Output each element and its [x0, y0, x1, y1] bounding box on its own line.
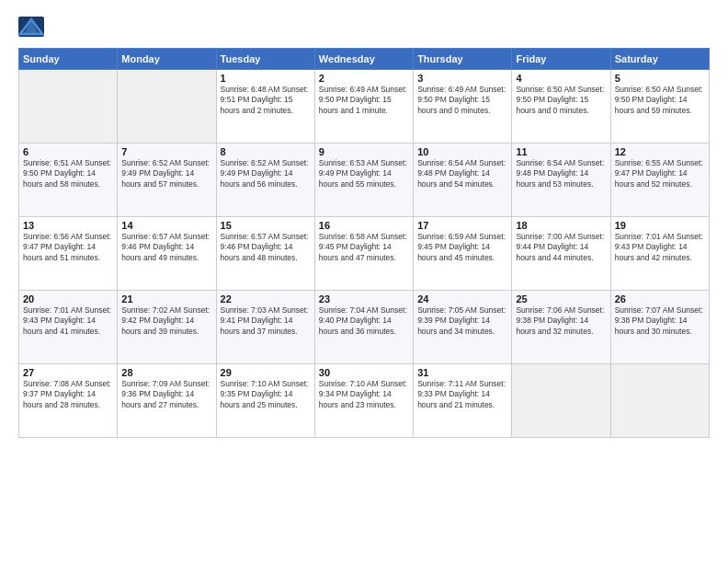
- week-row-3: 13Sunrise: 6:56 AM Sunset: 9:47 PM Dayli…: [19, 217, 710, 291]
- day-number: 13: [23, 220, 113, 231]
- calendar-cell: [19, 70, 118, 144]
- day-info: Sunrise: 7:01 AM Sunset: 9:43 PM Dayligh…: [615, 232, 705, 263]
- calendar-cell: 2Sunrise: 6:49 AM Sunset: 9:50 PM Daylig…: [314, 70, 413, 144]
- week-row-2: 6Sunrise: 6:51 AM Sunset: 9:50 PM Daylig…: [19, 144, 710, 217]
- calendar-cell: 3Sunrise: 6:49 AM Sunset: 9:50 PM Daylig…: [414, 70, 512, 144]
- day-number: 31: [417, 367, 507, 378]
- weekday-header-row: SundayMondayTuesdayWednesdayThursdayFrid…: [19, 49, 710, 70]
- day-info: Sunrise: 6:50 AM Sunset: 9:50 PM Dayligh…: [516, 85, 606, 116]
- calendar-cell: 22Sunrise: 7:03 AM Sunset: 9:41 PM Dayli…: [216, 291, 314, 364]
- day-number: 20: [23, 293, 113, 304]
- day-number: 17: [417, 220, 507, 231]
- calendar-cell: 1Sunrise: 6:48 AM Sunset: 9:51 PM Daylig…: [216, 70, 314, 144]
- day-number: 23: [319, 293, 409, 304]
- day-info: Sunrise: 6:48 AM Sunset: 9:51 PM Dayligh…: [221, 85, 311, 116]
- day-info: Sunrise: 6:53 AM Sunset: 9:49 PM Dayligh…: [319, 158, 409, 190]
- day-number: 25: [516, 293, 606, 304]
- day-info: Sunrise: 7:08 AM Sunset: 9:37 PM Dayligh…: [23, 379, 113, 410]
- calendar-cell: 7Sunrise: 6:52 AM Sunset: 9:49 PM Daylig…: [118, 144, 216, 217]
- day-info: Sunrise: 7:07 AM Sunset: 9:38 PM Dayligh…: [615, 305, 705, 337]
- calendar-cell: 10Sunrise: 6:54 AM Sunset: 9:48 PM Dayli…: [414, 144, 512, 217]
- day-info: Sunrise: 6:51 AM Sunset: 9:50 PM Dayligh…: [23, 158, 113, 190]
- day-number: 29: [221, 367, 311, 378]
- calendar-cell: 23Sunrise: 7:04 AM Sunset: 9:40 PM Dayli…: [314, 291, 413, 364]
- day-info: Sunrise: 6:49 AM Sunset: 9:50 PM Dayligh…: [417, 85, 507, 116]
- calendar-cell: 28Sunrise: 7:09 AM Sunset: 9:36 PM Dayli…: [118, 364, 216, 438]
- calendar-cell: 14Sunrise: 6:57 AM Sunset: 9:46 PM Dayli…: [118, 217, 216, 291]
- day-info: Sunrise: 7:00 AM Sunset: 9:44 PM Dayligh…: [516, 232, 606, 263]
- calendar-cell: 17Sunrise: 6:59 AM Sunset: 9:45 PM Dayli…: [414, 217, 512, 291]
- calendar-cell: 8Sunrise: 6:52 AM Sunset: 9:49 PM Daylig…: [216, 144, 314, 217]
- calendar-cell: [512, 364, 610, 438]
- calendar-cell: 9Sunrise: 6:53 AM Sunset: 9:49 PM Daylig…: [314, 144, 413, 217]
- weekday-header-friday: Friday: [512, 49, 610, 70]
- day-number: 27: [23, 367, 113, 378]
- day-number: 4: [516, 73, 606, 84]
- day-info: Sunrise: 6:54 AM Sunset: 9:48 PM Dayligh…: [516, 158, 606, 190]
- weekday-header-thursday: Thursday: [414, 49, 512, 70]
- calendar-cell: 26Sunrise: 7:07 AM Sunset: 9:38 PM Dayli…: [610, 291, 709, 364]
- day-number: 5: [615, 73, 705, 84]
- day-info: Sunrise: 6:54 AM Sunset: 9:48 PM Dayligh…: [417, 158, 507, 190]
- calendar-cell: 24Sunrise: 7:05 AM Sunset: 9:39 PM Dayli…: [414, 291, 512, 364]
- day-number: 7: [121, 146, 211, 157]
- day-info: Sunrise: 6:52 AM Sunset: 9:49 PM Dayligh…: [121, 158, 211, 190]
- day-number: 9: [319, 146, 409, 157]
- week-row-1: 1Sunrise: 6:48 AM Sunset: 9:51 PM Daylig…: [19, 70, 710, 144]
- calendar-cell: 5Sunrise: 6:50 AM Sunset: 9:50 PM Daylig…: [610, 70, 709, 144]
- week-row-5: 27Sunrise: 7:08 AM Sunset: 9:37 PM Dayli…: [19, 364, 710, 438]
- calendar-cell: 15Sunrise: 6:57 AM Sunset: 9:46 PM Dayli…: [216, 217, 314, 291]
- day-info: Sunrise: 6:55 AM Sunset: 9:47 PM Dayligh…: [615, 158, 705, 190]
- calendar-cell: 16Sunrise: 6:58 AM Sunset: 9:45 PM Dayli…: [314, 217, 413, 291]
- calendar-cell: 21Sunrise: 7:02 AM Sunset: 9:42 PM Dayli…: [118, 291, 216, 364]
- calendar-cell: 29Sunrise: 7:10 AM Sunset: 9:35 PM Dayli…: [216, 364, 314, 438]
- day-number: 11: [516, 146, 606, 157]
- calendar-cell: 11Sunrise: 6:54 AM Sunset: 9:48 PM Dayli…: [512, 144, 610, 217]
- day-info: Sunrise: 6:58 AM Sunset: 9:45 PM Dayligh…: [319, 232, 409, 263]
- calendar-cell: [118, 70, 216, 144]
- day-info: Sunrise: 7:05 AM Sunset: 9:39 PM Dayligh…: [417, 305, 507, 337]
- day-number: 26: [615, 293, 705, 304]
- calendar-cell: 12Sunrise: 6:55 AM Sunset: 9:47 PM Dayli…: [610, 144, 709, 217]
- day-number: 15: [221, 220, 311, 231]
- page: SundayMondayTuesdayWednesdayThursdayFrid…: [0, 0, 728, 563]
- day-info: Sunrise: 6:59 AM Sunset: 9:45 PM Dayligh…: [417, 232, 507, 263]
- day-number: 19: [615, 220, 705, 231]
- day-number: 3: [417, 73, 507, 84]
- day-info: Sunrise: 6:56 AM Sunset: 9:47 PM Dayligh…: [23, 232, 113, 263]
- day-info: Sunrise: 7:01 AM Sunset: 9:43 PM Dayligh…: [23, 305, 113, 337]
- day-number: 12: [615, 146, 705, 157]
- day-number: 6: [23, 146, 113, 157]
- day-number: 22: [221, 293, 311, 304]
- day-number: 10: [417, 146, 507, 157]
- header: [18, 17, 710, 37]
- calendar: SundayMondayTuesdayWednesdayThursdayFrid…: [18, 48, 710, 438]
- day-info: Sunrise: 7:06 AM Sunset: 9:38 PM Dayligh…: [516, 305, 606, 337]
- day-info: Sunrise: 6:57 AM Sunset: 9:46 PM Dayligh…: [121, 232, 211, 263]
- weekday-header-wednesday: Wednesday: [314, 49, 413, 70]
- day-number: 1: [221, 73, 311, 84]
- day-info: Sunrise: 6:57 AM Sunset: 9:46 PM Dayligh…: [221, 232, 311, 263]
- logo: [18, 17, 48, 37]
- day-number: 8: [221, 146, 311, 157]
- calendar-cell: [610, 364, 709, 438]
- day-info: Sunrise: 7:10 AM Sunset: 9:35 PM Dayligh…: [221, 379, 311, 410]
- calendar-cell: 20Sunrise: 7:01 AM Sunset: 9:43 PM Dayli…: [19, 291, 118, 364]
- week-row-4: 20Sunrise: 7:01 AM Sunset: 9:43 PM Dayli…: [19, 291, 710, 364]
- day-number: 16: [319, 220, 409, 231]
- day-info: Sunrise: 7:02 AM Sunset: 9:42 PM Dayligh…: [121, 305, 211, 337]
- day-number: 28: [121, 367, 211, 378]
- day-info: Sunrise: 7:10 AM Sunset: 9:34 PM Dayligh…: [319, 379, 409, 410]
- calendar-cell: 30Sunrise: 7:10 AM Sunset: 9:34 PM Dayli…: [314, 364, 413, 438]
- day-number: 14: [121, 220, 211, 231]
- day-info: Sunrise: 6:50 AM Sunset: 9:50 PM Dayligh…: [615, 85, 705, 116]
- day-info: Sunrise: 6:49 AM Sunset: 9:50 PM Dayligh…: [319, 85, 409, 116]
- day-number: 24: [417, 293, 507, 304]
- day-number: 2: [319, 73, 409, 84]
- weekday-header-tuesday: Tuesday: [216, 49, 314, 70]
- day-number: 18: [516, 220, 606, 231]
- weekday-header-saturday: Saturday: [610, 49, 709, 70]
- day-number: 21: [121, 293, 211, 304]
- logo-icon: [18, 17, 44, 37]
- weekday-header-sunday: Sunday: [19, 49, 118, 70]
